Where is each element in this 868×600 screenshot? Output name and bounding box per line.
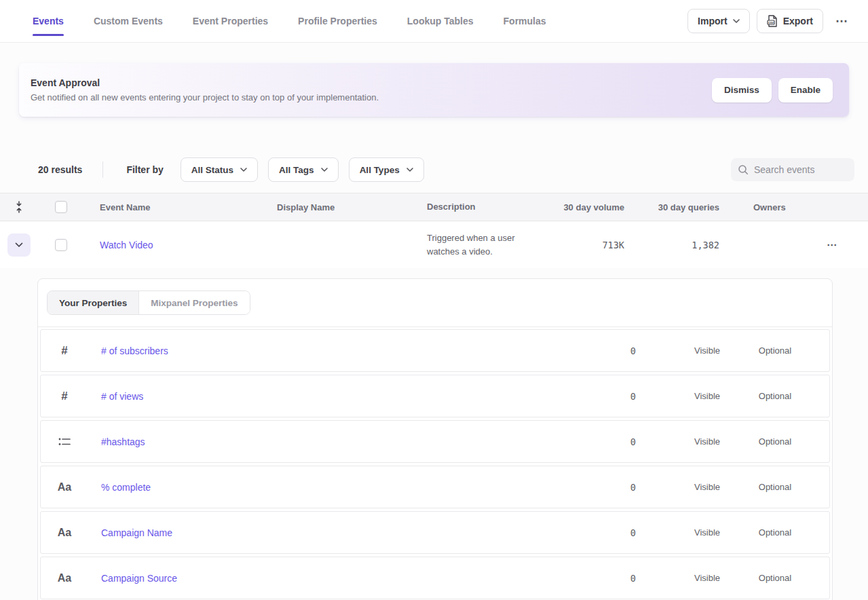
list-type-icon bbox=[58, 437, 71, 447]
column-header-30-day-volume[interactable]: 30 day volume bbox=[546, 202, 624, 212]
property-row: # # of subscribers 0 Visible Optional bbox=[40, 329, 830, 372]
row-checkbox[interactable] bbox=[55, 239, 67, 251]
filter-toolbar: 20 results Filter by All Status All Tags… bbox=[38, 157, 854, 182]
event-properties-panel: Your Properties Mixpanel Properties # # … bbox=[37, 278, 833, 600]
property-query-count: 0 bbox=[609, 391, 636, 402]
property-requirement: Optional bbox=[738, 573, 812, 583]
status-filter-dropdown[interactable]: All Status bbox=[181, 157, 258, 182]
chevron-down-icon bbox=[321, 168, 328, 172]
tags-filter-label: All Tags bbox=[279, 165, 314, 175]
property-name-link[interactable]: Campaign Source bbox=[101, 573, 177, 584]
property-visibility: Visible bbox=[677, 482, 738, 492]
csv-file-icon: csv bbox=[767, 15, 778, 27]
chevron-down-icon bbox=[240, 168, 247, 172]
enable-button[interactable]: Enable bbox=[778, 78, 833, 102]
property-requirement: Optional bbox=[738, 345, 812, 356]
import-button-label: Import bbox=[698, 16, 728, 26]
select-all-checkbox[interactable] bbox=[55, 201, 67, 213]
events-table-header: Event Name Display Name Description 30 d… bbox=[0, 193, 868, 221]
property-query-count: 0 bbox=[609, 573, 636, 584]
property-requirement: Optional bbox=[738, 436, 812, 447]
tab-event-properties[interactable]: Event Properties bbox=[193, 0, 268, 42]
chevron-down-icon bbox=[407, 168, 413, 172]
banner-title: Event Approval bbox=[31, 77, 379, 88]
property-name-link[interactable]: # of views bbox=[101, 391, 143, 402]
column-header-owners[interactable]: Owners bbox=[719, 202, 804, 212]
property-name-link[interactable]: Campaign Name bbox=[101, 527, 172, 538]
collapse-row-button[interactable] bbox=[7, 233, 31, 257]
property-query-count: 0 bbox=[609, 527, 636, 538]
more-options-button[interactable]: ⋯ bbox=[830, 14, 854, 29]
divider bbox=[102, 162, 103, 178]
event-approval-banner: Event Approval Get notified on all new e… bbox=[19, 63, 849, 117]
event-30-day-queries: 1,382 bbox=[624, 240, 719, 250]
property-requirement: Optional bbox=[738, 482, 812, 492]
banner-description: Get notified on all new events entering … bbox=[31, 92, 379, 102]
text-type-icon: Aa bbox=[58, 527, 71, 539]
import-button[interactable]: Import bbox=[687, 9, 750, 33]
property-visibility: Visible bbox=[677, 391, 738, 401]
types-filter-dropdown[interactable]: All Types bbox=[349, 157, 424, 182]
tab-your-properties[interactable]: Your Properties bbox=[48, 291, 138, 314]
types-filter-label: All Types bbox=[360, 165, 400, 175]
property-visibility: Visible bbox=[677, 436, 738, 447]
property-requirement: Optional bbox=[738, 527, 812, 538]
tags-filter-dropdown[interactable]: All Tags bbox=[268, 157, 339, 182]
property-row: Aa % complete 0 Visible Optional bbox=[40, 466, 830, 508]
dismiss-button[interactable]: Dismiss bbox=[712, 78, 772, 102]
table-row-watch-video: Watch Video Triggered when a user watche… bbox=[0, 222, 868, 268]
properties-list: # # of subscribers 0 Visible Optional # … bbox=[38, 327, 832, 600]
property-name-link[interactable]: #hashtags bbox=[101, 436, 145, 447]
export-button[interactable]: csv Export bbox=[757, 9, 823, 33]
export-button-label: Export bbox=[783, 16, 813, 26]
number-type-icon: # bbox=[61, 344, 67, 358]
properties-tabbar: Your Properties Mixpanel Properties bbox=[38, 279, 832, 327]
property-query-count: 0 bbox=[609, 345, 636, 356]
top-navigation: Events Custom Events Event Properties Pr… bbox=[0, 0, 868, 43]
search-events-box bbox=[731, 158, 854, 181]
chevron-down-icon bbox=[733, 19, 740, 23]
column-header-event-name[interactable]: Event Name bbox=[100, 202, 277, 212]
property-row: # # of views 0 Visible Optional bbox=[40, 375, 830, 417]
results-count: 20 results bbox=[38, 164, 82, 175]
svg-text:csv: csv bbox=[768, 21, 774, 24]
text-type-icon: Aa bbox=[58, 572, 71, 584]
lexicon-tabs: Events Custom Events Event Properties Pr… bbox=[33, 0, 546, 42]
property-row: #hashtags 0 Visible Optional bbox=[40, 420, 830, 463]
tab-lookup-tables[interactable]: Lookup Tables bbox=[407, 0, 474, 42]
number-type-icon: # bbox=[61, 390, 67, 403]
property-requirement: Optional bbox=[738, 391, 812, 401]
column-header-display-name[interactable]: Display Name bbox=[277, 202, 427, 212]
property-row: Aa Campaign Name 0 Visible Optional bbox=[40, 511, 830, 554]
property-visibility: Visible bbox=[677, 345, 738, 356]
collapse-rows-icon[interactable] bbox=[14, 201, 24, 213]
event-name-link[interactable]: Watch Video bbox=[100, 240, 153, 250]
row-actions-button[interactable]: ⋯ bbox=[827, 239, 838, 251]
property-visibility: Visible bbox=[677, 573, 738, 583]
property-visibility: Visible bbox=[677, 527, 738, 538]
property-query-count: 0 bbox=[609, 482, 636, 493]
tab-formulas[interactable]: Formulas bbox=[504, 0, 546, 42]
search-events-input[interactable] bbox=[754, 164, 848, 175]
tab-mixpanel-properties[interactable]: Mixpanel Properties bbox=[138, 291, 249, 314]
column-header-30-day-queries[interactable]: 30 day queries bbox=[624, 202, 719, 212]
property-name-link[interactable]: % complete bbox=[101, 482, 151, 493]
event-description: Triggered when a user watches a video. bbox=[427, 231, 546, 259]
text-type-icon: Aa bbox=[58, 481, 71, 493]
search-icon bbox=[738, 164, 749, 175]
event-30-day-volume: 713K bbox=[546, 240, 624, 250]
tab-events[interactable]: Events bbox=[33, 0, 64, 42]
property-row: Aa Campaign Source 0 Visible Optional bbox=[40, 557, 830, 599]
tab-profile-properties[interactable]: Profile Properties bbox=[298, 0, 377, 42]
property-query-count: 0 bbox=[609, 436, 636, 447]
property-name-link[interactable]: # of subscribers bbox=[101, 345, 168, 356]
filter-by-label: Filter by bbox=[126, 164, 163, 175]
column-header-description[interactable]: Description bbox=[427, 200, 546, 214]
properties-segmented-control: Your Properties Mixpanel Properties bbox=[47, 290, 250, 315]
status-filter-label: All Status bbox=[191, 165, 233, 175]
tab-custom-events[interactable]: Custom Events bbox=[94, 0, 163, 42]
